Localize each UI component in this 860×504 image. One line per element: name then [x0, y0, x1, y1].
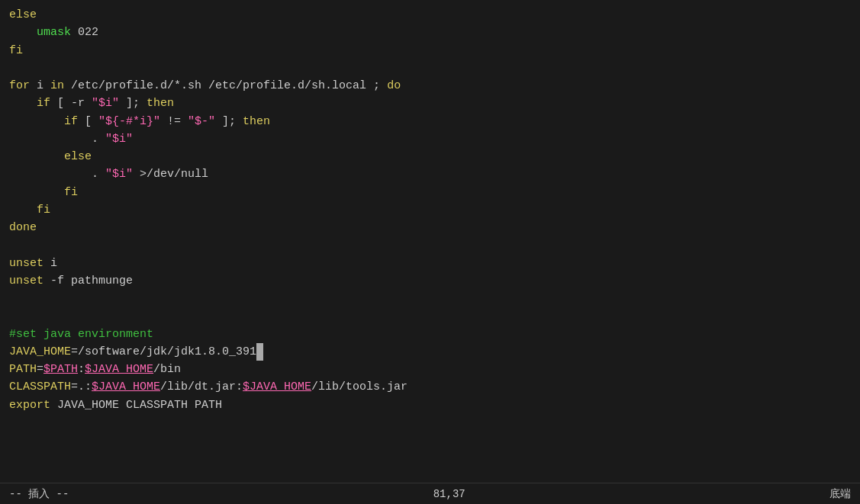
code-area[interactable]: else umask 022 fi for i in /etc/profile.… — [0, 0, 860, 483]
line-14 — [9, 236, 851, 254]
line-22: CLASSPATH=.:$JAVA_HOME/lib/dt.jar:$JAVA_… — [9, 378, 851, 396]
line-7: if [ "${-#*i}" != "$-" ]; then — [9, 113, 851, 130]
line-11: fi — [9, 184, 851, 201]
line-15: unset i — [9, 255, 851, 272]
line-9: else — [9, 148, 851, 165]
line-19: #set java environment — [9, 326, 851, 343]
line-13: done — [9, 219, 851, 236]
line-6: if [ -r "$i" ]; then — [9, 95, 851, 112]
line-21: PATH=$PATH:$JAVA_HOME/bin — [9, 361, 851, 378]
editor: else umask 022 fi for i in /etc/profile.… — [0, 0, 860, 504]
line-17 — [9, 290, 851, 307]
line-3: fi — [9, 42, 851, 59]
line-10: . "$i" >/dev/null — [9, 165, 851, 183]
text-cursor — [256, 343, 263, 361]
editor-mode: -- 插入 -- — [9, 487, 69, 501]
line-23: export JAVA_HOME CLASSPATH PATH — [9, 396, 851, 414]
line-12: fi — [9, 201, 851, 219]
line-20: JAVA_HOME=/software/jdk/jdk1.8.0_391 — [9, 343, 851, 361]
line-16: unset -f pathmunge — [9, 272, 851, 290]
scroll-position: 底端 — [829, 487, 851, 501]
line-5: for i in /etc/profile.d/*.sh /etc/profil… — [9, 77, 851, 95]
statusbar: -- 插入 -- 81,37 底端 — [0, 483, 860, 504]
line-2: umask 022 — [9, 24, 851, 41]
cursor-position: 81,37 — [433, 488, 465, 500]
line-18 — [9, 307, 851, 325]
line-1: else — [9, 6, 851, 24]
line-4 — [9, 59, 851, 77]
line-8: . "$i" — [9, 130, 851, 148]
